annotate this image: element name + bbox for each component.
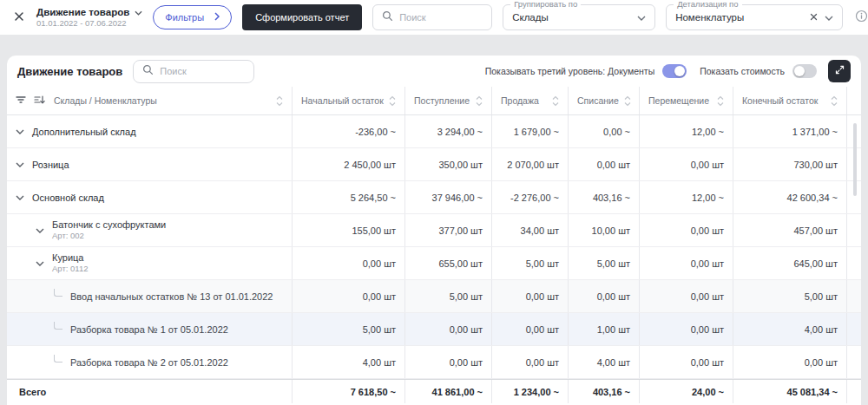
table-cell: 42 600,34 ~	[733, 181, 847, 213]
table-cell: 5,00 шт	[569, 247, 640, 279]
table-row[interactable]: Розница 2 450,00 шт 350,00 шт 2 070,00 ш…	[7, 148, 861, 181]
clear-icon[interactable]	[810, 12, 818, 23]
table-cell: 0,00 шт	[640, 280, 733, 312]
row-name-cell: Основной склад	[7, 181, 293, 213]
table-row[interactable]: Разборка товара № 1 от 05.01.2022 5,00 ш…	[7, 313, 861, 346]
date-range: 01.01.2022 - 07.06.2022	[36, 18, 142, 29]
table-cell: 10,00 шт	[569, 214, 640, 246]
table-cell: 1 371,00 ~	[733, 115, 847, 147]
table-cell: 2 450,00 шт	[293, 148, 405, 180]
column-label: Списание	[577, 95, 619, 106]
fullscreen-button[interactable]	[828, 60, 851, 82]
group-by-select[interactable]: Группировать по Склады	[503, 4, 655, 30]
table-cell: 0,00 ~	[569, 115, 640, 147]
chevron-right-icon	[214, 12, 220, 23]
total-label-cell: Всего	[7, 380, 293, 403]
row-name-cell: Розница	[7, 148, 293, 180]
table-cell: -236,00 ~	[293, 115, 405, 147]
toolbar-search[interactable]	[372, 4, 492, 30]
toolbar-search-input[interactable]	[399, 12, 483, 23]
report-picker[interactable]: Движение товаров 01.01.2022 - 07.06.2022	[36, 6, 142, 29]
search-icon	[142, 63, 154, 79]
column-label: Склады / Номенклатуры	[54, 95, 271, 106]
row-name: Батончик с сухофруктами	[52, 219, 166, 231]
detail-by-select[interactable]: Детализация по Номенклатуры	[666, 4, 843, 30]
table-cell: 4,00 шт	[733, 313, 847, 345]
column-header-name[interactable]: Склады / Номенклатуры	[7, 87, 293, 114]
table-cell: 0,00 шт	[569, 148, 640, 180]
show-cost-toggle[interactable]	[792, 64, 817, 78]
table-cell: 0,00 шт	[492, 280, 569, 312]
column-label: Перемещение	[648, 95, 712, 106]
chevron-down-icon	[637, 12, 646, 23]
group-by-value: Склады	[512, 12, 630, 23]
column-header[interactable]: Начальный остаток	[293, 87, 405, 114]
table-row[interactable]: Ввод начальных остатков № 13 от 01.01.20…	[7, 280, 861, 313]
filter-icon[interactable]	[16, 95, 26, 107]
table-cell: 350,00 шт	[405, 148, 492, 180]
close-icon	[14, 11, 24, 24]
vertical-scrollbar[interactable]	[853, 123, 857, 196]
tree-connector-icon	[54, 289, 62, 297]
table-row[interactable]: Батончик с сухофруктами Арт: 002 155,00 …	[7, 214, 861, 247]
table-cell: 5,00 шт	[405, 280, 492, 312]
sort-icon[interactable]	[389, 95, 396, 107]
table-row[interactable]: Разборка товара № 2 от 05.01.2022 4,00 ш…	[7, 346, 861, 379]
sort-amount-icon[interactable]	[34, 95, 45, 107]
sort-icon[interactable]	[831, 95, 838, 107]
generate-report-button[interactable]: Сформировать отчет	[242, 4, 362, 30]
table-cell: 5 264,50 ~	[293, 181, 405, 213]
chevron-down-icon[interactable]	[16, 162, 24, 167]
filters-button[interactable]: Фильтры	[153, 5, 232, 29]
table-cell: 5,00 шт	[492, 247, 569, 279]
table-cell: 5,00 шт	[293, 313, 405, 345]
table-cell: 4,00 шт	[569, 346, 640, 378]
chevron-down-icon[interactable]	[36, 228, 44, 233]
total-cell: 1 234,00 ~	[492, 380, 569, 403]
info-button[interactable]	[853, 8, 868, 27]
table-cell: 155,00 шт	[293, 214, 405, 246]
chevron-down-icon[interactable]	[16, 195, 24, 200]
row-name: Дополнительный склад	[32, 127, 136, 137]
close-button[interactable]	[12, 10, 26, 26]
sort-icon[interactable]	[476, 95, 483, 107]
sort-icon[interactable]	[552, 95, 559, 107]
column-header[interactable]: Списание	[569, 87, 640, 114]
table-cell: 730,00 шт	[733, 148, 847, 180]
table-search[interactable]	[133, 60, 254, 83]
table-cell: 12,00 ~	[640, 181, 733, 213]
row-name: Ввод начальных остатков № 13 от 01.01.20…	[70, 291, 273, 302]
row-name: Разборка товара № 2 от 05.01.2022	[70, 357, 228, 368]
table-cell: 3 294,00 ~	[405, 115, 492, 147]
table-cell: 4,00 шт	[293, 346, 405, 378]
table-search-input[interactable]	[160, 66, 245, 76]
column-header[interactable]: Поступление	[405, 87, 492, 114]
table-cell: -2 276,00 ~	[492, 181, 569, 213]
table-row[interactable]: Основной склад 5 264,50 ~ 37 946,00 ~ -2…	[7, 181, 861, 214]
column-header[interactable]: Конечный остаток	[733, 87, 847, 114]
column-header[interactable]: Перемещение	[640, 87, 733, 114]
row-article: Арт: 002	[52, 231, 166, 241]
top-toolbar: Движение товаров 01.01.2022 - 07.06.2022…	[0, 0, 868, 35]
table-cell: 0,00 шт	[405, 346, 492, 378]
table-cell: 0,00 шт	[405, 313, 492, 345]
table-cell: 0,00 шт	[293, 280, 405, 312]
table-row[interactable]: Дополнительный склад -236,00 ~ 3 294,00 …	[7, 115, 861, 148]
column-label: Продажа	[501, 95, 547, 106]
total-cell: 403,16 ~	[569, 380, 640, 403]
table-row[interactable]: Курица Арт: 0112 0,00 шт 655,00 шт 5,00 …	[7, 247, 861, 280]
total-cell: 41 861,00 ~	[405, 380, 492, 403]
sort-icon[interactable]	[717, 95, 724, 107]
table-cell: 34,00 шт	[492, 214, 569, 246]
sort-icon[interactable]	[624, 95, 631, 107]
column-header[interactable]: Продажа	[492, 87, 569, 114]
total-cell: 7 618,50 ~	[293, 380, 405, 403]
chevron-down-icon[interactable]	[36, 261, 44, 266]
info-icon	[855, 10, 868, 25]
chevron-down-icon[interactable]	[16, 129, 24, 134]
sort-icon[interactable]	[276, 95, 283, 107]
row-name-cell: Разборка товара № 1 от 05.01.2022	[7, 313, 293, 345]
third-level-toggle[interactable]	[662, 64, 687, 78]
third-level-toggle-label: Показывать третий уровень: Документы	[485, 66, 655, 76]
table-cell: 0,00 шт	[293, 247, 405, 279]
